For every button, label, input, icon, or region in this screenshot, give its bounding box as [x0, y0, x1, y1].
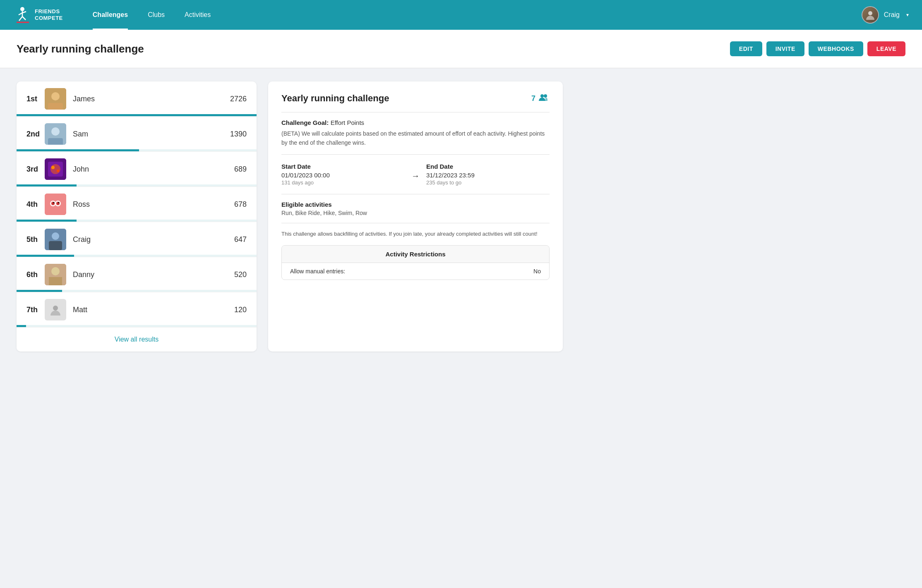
player-name-ross: Ross	[73, 200, 222, 209]
player-score-matt: 120	[222, 306, 247, 314]
svg-point-9	[51, 92, 60, 100]
goal-row: Challenge Goal: Effort Points (BETA) We …	[281, 119, 550, 148]
svg-line-3	[22, 12, 26, 13]
svg-rect-31	[49, 277, 62, 285]
restrictions-row: Allow manual entries: No	[282, 263, 549, 280]
avatar-sam	[45, 123, 66, 145]
start-date-value: 01/01/2023 00:00	[281, 172, 405, 179]
arrow-icon: →	[411, 171, 420, 181]
player-name-sam: Sam	[73, 130, 222, 139]
avatar-danny	[45, 264, 66, 285]
player-name-james: James	[73, 95, 222, 103]
dates-row: Start Date 01/01/2023 00:00 131 days ago…	[281, 163, 550, 186]
player-score-john: 689	[222, 165, 247, 174]
goal-value-text: Effort Points	[331, 119, 364, 126]
edit-button[interactable]: EDIT	[730, 41, 762, 56]
start-date-relative: 131 days ago	[281, 179, 405, 186]
restrictions-header: Activity Restrictions	[282, 246, 549, 263]
view-all-row: View all results	[17, 327, 257, 351]
detail-title: Yearly running challenge	[281, 93, 389, 104]
start-date-block: Start Date 01/01/2023 00:00 131 days ago	[281, 163, 405, 186]
page-header: Yearly running challenge EDIT INVITE WEB…	[0, 30, 922, 68]
restrictions-box: Activity Restrictions Allow manual entri…	[281, 245, 550, 280]
svg-point-16	[50, 164, 60, 174]
svg-line-5	[22, 17, 26, 20]
rank-3: 3rd	[26, 165, 45, 174]
divider-2	[281, 154, 550, 155]
view-all-link[interactable]: View all results	[115, 336, 158, 343]
svg-point-25	[58, 202, 60, 203]
svg-line-2	[19, 13, 22, 15]
user-avatar	[862, 6, 879, 24]
eligible-label: Eligible activities	[281, 201, 550, 208]
svg-point-33	[540, 94, 544, 98]
detail-header: Yearly running challenge 7	[281, 93, 550, 104]
rank-4: 4th	[26, 200, 45, 209]
table-row: 1st James 2726	[17, 81, 257, 117]
svg-point-34	[544, 94, 547, 98]
avatar-matt	[45, 299, 66, 320]
logo-text: FRIENDS COMPETE	[35, 8, 63, 21]
svg-point-18	[57, 170, 59, 172]
svg-rect-10	[48, 103, 63, 110]
invite-button[interactable]: INVITE	[766, 41, 804, 56]
table-row: 5th Craig 647	[17, 222, 257, 257]
table-row: 7th Matt 120	[17, 292, 257, 327]
player-name-john: John	[73, 165, 222, 174]
player-name-matt: Matt	[73, 306, 222, 314]
player-score-craig: 647	[222, 235, 247, 244]
nav-right: Craig ▾	[862, 6, 909, 24]
rank-2: 2nd	[26, 130, 45, 139]
svg-point-27	[52, 232, 59, 240]
main-content: 1st James 2726 2nd	[0, 68, 579, 365]
detail-panel: Yearly running challenge 7 Challenge Goa…	[268, 81, 563, 351]
avatar-craig	[45, 229, 66, 250]
progress-bar-craig	[17, 255, 257, 257]
table-row: 2nd Sam 1390	[17, 117, 257, 152]
svg-point-0	[20, 7, 24, 11]
svg-rect-28	[49, 241, 62, 250]
avatar-james	[45, 88, 66, 110]
rank-1: 1st	[26, 95, 45, 103]
user-name: Craig	[884, 11, 900, 19]
divider-4	[281, 223, 550, 223]
progress-bar-matt	[17, 325, 257, 327]
svg-point-7	[868, 11, 872, 15]
chevron-down-icon: ▾	[906, 12, 909, 18]
player-score-james: 2726	[222, 95, 247, 103]
webhooks-button[interactable]: WEBHOOKS	[809, 41, 863, 56]
end-date-label: End Date	[426, 163, 550, 170]
avatar-ross	[45, 194, 66, 215]
goal-label: Challenge Goal:	[281, 119, 329, 126]
leave-button[interactable]: LEAVE	[867, 41, 905, 56]
people-icon	[538, 93, 550, 104]
player-score-danny: 520	[222, 270, 247, 279]
svg-point-17	[51, 166, 55, 169]
player-name-danny: Danny	[73, 270, 222, 279]
table-row: 3rd John 689	[17, 152, 257, 187]
player-score-sam: 1390	[222, 130, 247, 139]
start-date-label: Start Date	[281, 163, 405, 170]
table-row: 6th Danny 520	[17, 257, 257, 292]
logo[interactable]: FRIENDS COMPETE	[13, 6, 63, 24]
leaderboard-panel: 1st James 2726 2nd	[17, 81, 257, 351]
progress-bar-danny	[17, 290, 257, 292]
svg-point-12	[51, 127, 60, 136]
player-score-ross: 678	[222, 200, 247, 209]
page-title: Yearly running challenge	[17, 43, 144, 55]
eligible-value: Run, Bike Ride, Hike, Swim, Row	[281, 210, 550, 216]
avatar-john	[45, 158, 66, 180]
nav-link-activities[interactable]: Activities	[175, 0, 221, 30]
nav-link-clubs[interactable]: Clubs	[138, 0, 175, 30]
progress-bar-ross	[17, 220, 257, 222]
navbar: FRIENDS COMPETE Challenges Clubs Activit…	[0, 0, 922, 30]
player-name-craig: Craig	[73, 235, 222, 244]
divider-3	[281, 194, 550, 194]
nav-link-challenges[interactable]: Challenges	[83, 0, 138, 30]
rank-5: 5th	[26, 235, 45, 244]
svg-point-32	[53, 306, 58, 311]
svg-line-4	[19, 17, 22, 21]
svg-rect-13	[48, 138, 63, 145]
rank-7: 7th	[26, 306, 45, 314]
end-date-relative: 235 days to go	[426, 179, 550, 186]
